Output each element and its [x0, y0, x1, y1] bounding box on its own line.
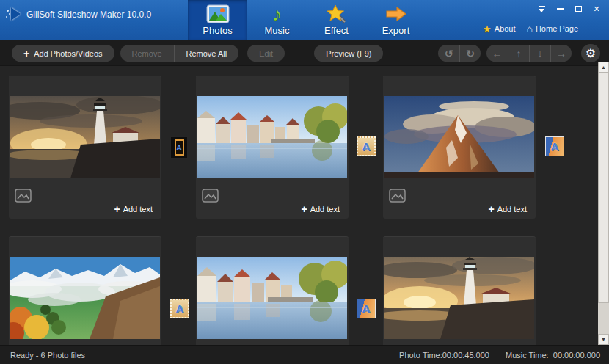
- remove-button-group: Remove Remove All: [120, 45, 239, 62]
- about-link[interactable]: ★ About: [483, 23, 515, 34]
- photo-thumbnail-mountain-valley[interactable]: [10, 257, 160, 339]
- photo-type-icon[interactable]: [202, 189, 219, 203]
- add-text-button[interactable]: + Add text: [488, 203, 527, 215]
- move-down-button[interactable]: ↓: [529, 45, 550, 62]
- photo-grid: + Add text: [0, 66, 598, 345]
- tab-label: Export: [382, 25, 410, 36]
- minimize-button[interactable]: [555, 4, 565, 13]
- tab-label: Effect: [324, 25, 349, 36]
- edit-button[interactable]: Edit: [247, 45, 285, 62]
- music-time-text: Music Time: 00:00:00.000: [506, 351, 600, 360]
- move-left-button[interactable]: ←: [486, 45, 508, 62]
- add-text-button[interactable]: + Add text: [114, 203, 153, 215]
- transition-effect-icon-5[interactable]: A: [357, 299, 376, 318]
- app-window: GiliSoft Slideshow Maker 10.0.0 Photos ♪…: [0, 0, 609, 364]
- scroll-up-button[interactable]: ▲: [598, 62, 609, 73]
- about-label: About: [495, 24, 516, 33]
- main-nav-tabs: Photos ♪ Music Effect: [188, 0, 426, 40]
- photo-thumbnail-canal-houses-wide[interactable]: [197, 257, 347, 339]
- plus-icon: +: [114, 203, 120, 215]
- toolbar: + Add Photos/Videos Remove Remove All Ed…: [0, 40, 609, 66]
- title-bar: GiliSoft Slideshow Maker 10.0.0 Photos ♪…: [0, 0, 609, 40]
- window-controls: ✕: [536, 4, 602, 13]
- photo-card-1[interactable]: + Add text: [9, 76, 161, 219]
- move-right-button[interactable]: →: [550, 45, 572, 62]
- settings-gear-button[interactable]: ⚙: [581, 44, 600, 62]
- photo-thumbnail-lighthouse-bright[interactable]: [384, 257, 534, 339]
- remove-button[interactable]: Remove: [120, 45, 174, 62]
- window-title: GiliSoft Slideshow Maker 10.0.0: [26, 10, 151, 20]
- close-button[interactable]: ✕: [591, 4, 602, 13]
- transition-effect-icon-2[interactable]: A: [357, 136, 376, 156]
- plus-icon: +: [23, 48, 29, 59]
- add-text-button[interactable]: + Add text: [301, 203, 340, 215]
- rotate-right-button[interactable]: ↻: [459, 45, 481, 62]
- photo-card-5[interactable]: + Add text: [196, 236, 349, 345]
- remove-all-button[interactable]: Remove All: [174, 45, 239, 62]
- photo-time-text: Photo Time:00:00:45.000: [399, 351, 489, 360]
- app-logo-icon: [6, 7, 23, 21]
- plus-icon: +: [301, 203, 307, 215]
- photo-card-4[interactable]: + Add text: [9, 236, 161, 345]
- transition-effect-icon-1[interactable]: A: [170, 136, 188, 159]
- photo-type-icon[interactable]: [15, 189, 32, 203]
- medal-icon: ★: [483, 23, 492, 34]
- preview-button[interactable]: Preview (F9): [314, 45, 383, 62]
- music-note-icon: ♪: [272, 4, 282, 24]
- scrollbar-thumb[interactable]: [598, 73, 609, 303]
- photos-icon: [206, 4, 230, 24]
- magic-star-icon: [326, 4, 348, 24]
- plus-icon: +: [488, 203, 494, 215]
- rotate-button-group: ↺ ↻: [438, 45, 481, 62]
- theme-menu-button[interactable]: [536, 4, 547, 13]
- home-icon: ⌂: [526, 23, 532, 34]
- tab-export[interactable]: Export: [366, 0, 426, 40]
- photo-card-2[interactable]: + Add text: [196, 76, 349, 219]
- photo-card-6[interactable]: + Add text: [383, 236, 536, 345]
- homepage-link[interactable]: ⌂ Home Page: [526, 23, 578, 34]
- transition-effect-icon-3[interactable]: A: [545, 136, 564, 156]
- tab-effect[interactable]: Effect: [307, 0, 366, 40]
- export-arrow-icon: [385, 4, 407, 24]
- scroll-down-button[interactable]: ▼: [598, 334, 609, 345]
- tab-photos[interactable]: Photos: [188, 0, 247, 40]
- photo-thumbnail-mountain-peak[interactable]: [384, 96, 534, 178]
- top-links: ★ About ⌂ Home Page: [483, 23, 578, 34]
- photo-card-3[interactable]: + Add text: [383, 76, 536, 219]
- rotate-left-button[interactable]: ↺: [438, 45, 459, 62]
- photo-type-icon[interactable]: [389, 189, 406, 203]
- tab-label: Photos: [203, 25, 232, 36]
- transition-effect-icon-4[interactable]: A: [170, 299, 189, 318]
- move-up-button[interactable]: ↑: [508, 45, 529, 62]
- status-bar: Ready - 6 Photo files Photo Time:00:00:4…: [0, 345, 609, 364]
- tab-music[interactable]: ♪ Music: [247, 0, 307, 40]
- tab-label: Music: [265, 25, 290, 36]
- homepage-label: Home Page: [536, 24, 578, 33]
- maximize-button[interactable]: [573, 4, 583, 13]
- status-ready-text: Ready - 6 Photo files: [10, 351, 85, 360]
- add-photos-videos-button[interactable]: + Add Photos/Videos: [12, 45, 114, 62]
- vertical-scrollbar[interactable]: ▲ ▼: [598, 62, 609, 345]
- photo-thumbnail-canal-houses[interactable]: [197, 96, 347, 178]
- photo-thumbnail-lighthouse-sunset[interactable]: [10, 96, 160, 178]
- move-button-group: ← ↑ ↓ →: [486, 45, 572, 62]
